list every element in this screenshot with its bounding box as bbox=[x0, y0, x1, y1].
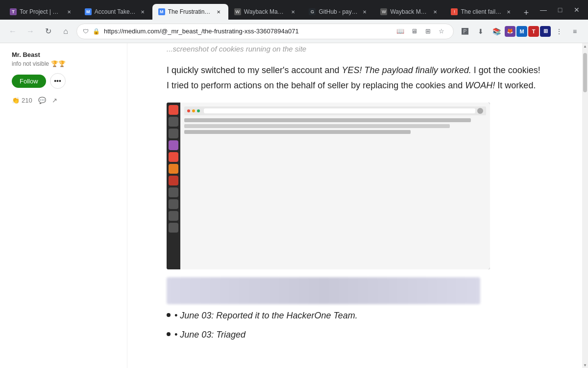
tab-label-account: Account Takeover... bbox=[95, 8, 136, 15]
tab-label-frustrating: The Frustrating XS... bbox=[168, 8, 212, 15]
sidebar-dot-4 bbox=[169, 140, 178, 150]
tab-favicon-tor: T bbox=[10, 8, 17, 15]
share-action[interactable]: ↗ bbox=[52, 97, 57, 104]
url-field[interactable]: 🛡 🔒 https://medium.com/@_mr_beast_/the-f… bbox=[76, 24, 454, 39]
browser-menu[interactable]: ≡ bbox=[567, 24, 582, 39]
new-tab-button[interactable]: + bbox=[520, 6, 532, 20]
history-icon[interactable]: 📚 bbox=[489, 24, 504, 39]
author-more-button[interactable]: ••• bbox=[50, 73, 66, 89]
tab-wayback1[interactable]: W Wayback Machine... ✕ bbox=[228, 4, 303, 20]
sidebar-dot-10 bbox=[169, 211, 178, 221]
trophy-icons: 🏆🏆 bbox=[51, 60, 66, 67]
tab-client-failed[interactable]: ! The client failed n... ✕ bbox=[445, 4, 518, 20]
tab-label-client: The client failed n... bbox=[461, 8, 502, 15]
comment-icon: 💬 bbox=[38, 97, 46, 104]
sidebar-dot-6 bbox=[169, 164, 178, 174]
sidebar-dot-9 bbox=[169, 199, 178, 209]
share-icon: ↗ bbox=[52, 97, 57, 104]
back-button[interactable]: ← bbox=[6, 25, 20, 38]
ext-purple[interactable]: 🦊 bbox=[505, 26, 515, 37]
tab-label-github: GitHub - payload... bbox=[318, 8, 358, 15]
sc-line-3 bbox=[184, 130, 411, 134]
bullet-text-2: • June 03: Triaged bbox=[174, 327, 245, 342]
maximize-button[interactable]: □ bbox=[553, 2, 567, 17]
sc-urlbar bbox=[204, 108, 475, 113]
bullet-dot-1 bbox=[167, 313, 171, 317]
tab-github[interactable]: G GitHub - payload... ✕ bbox=[303, 4, 374, 20]
tab-close-frustrating[interactable]: ✕ bbox=[215, 8, 222, 16]
shield-icon: 🛡 bbox=[83, 28, 89, 35]
close-window-button[interactable]: ✕ bbox=[569, 2, 584, 17]
tab-favicon-wayback1: W bbox=[234, 8, 241, 15]
screenshot-image bbox=[167, 103, 490, 269]
sc-dot-yellow bbox=[192, 109, 195, 112]
bullet-item-2: • June 03: Triaged bbox=[167, 327, 543, 342]
address-bar: ← → ↻ ⌂ 🛡 🔒 https://medium.com/@_mr_beas… bbox=[0, 20, 588, 43]
clap-count: 210 bbox=[22, 97, 32, 104]
article-actions: 👏 210 💬 ↗ bbox=[12, 97, 115, 104]
sc-dot-red bbox=[187, 109, 190, 112]
clap-action[interactable]: 👏 210 bbox=[12, 97, 32, 104]
screenshot-text-content bbox=[184, 118, 486, 134]
tab-favicon-frustrating: M bbox=[158, 8, 165, 15]
screenshot-browser-bar bbox=[184, 106, 486, 115]
url-text: https://medium.com/@_mr_beast_/the-frust… bbox=[104, 27, 391, 35]
download-icon[interactable]: ⬇ bbox=[473, 24, 488, 39]
title-bar: T Tor Project | Down... ✕ M Account Take… bbox=[0, 0, 588, 20]
article-sidebar: Mr. Beast info not visible 🏆🏆 Follow •••… bbox=[0, 43, 127, 368]
article-top-text: ...screenshot of cookies running on the … bbox=[167, 43, 543, 55]
tab-close-tor[interactable]: ✕ bbox=[65, 8, 73, 16]
pocket-icon[interactable]: 🅿 bbox=[458, 24, 472, 39]
ext-blue[interactable]: M bbox=[516, 26, 527, 37]
sc-action bbox=[477, 108, 483, 114]
bullet-dot-2 bbox=[167, 332, 171, 336]
bookmark-star[interactable]: ☆ bbox=[436, 26, 447, 37]
right-scrollbar[interactable]: ▲ ▼ bbox=[582, 43, 588, 368]
sidebar-dot-7 bbox=[169, 176, 178, 185]
clap-icon: 👏 bbox=[12, 97, 20, 104]
article-main[interactable]: ...screenshot of cookies running on the … bbox=[127, 43, 582, 368]
scrollbar-down-arrow[interactable]: ▼ bbox=[582, 362, 588, 368]
forward-button[interactable]: → bbox=[24, 25, 37, 38]
window-controls: — □ ✕ bbox=[536, 2, 584, 17]
tab-tor-project[interactable]: T Tor Project | Down... ✕ bbox=[4, 4, 79, 20]
ext-dark-blue[interactable]: ⊞ bbox=[540, 26, 551, 37]
address-actions: 📖 🖥 ⊞ ☆ bbox=[394, 26, 447, 37]
pip-icon[interactable]: 🖥 bbox=[408, 26, 420, 37]
comment-action[interactable]: 💬 bbox=[38, 97, 46, 104]
tab-label-tor: Tor Project | Down... bbox=[20, 8, 62, 15]
sidebar-dot-1 bbox=[169, 105, 178, 115]
extensions-menu[interactable]: ⋮ bbox=[552, 24, 566, 39]
author-info: info not visible 🏆🏆 bbox=[12, 60, 115, 67]
tab-wayback2[interactable]: W Wayback Machine ✕ bbox=[374, 4, 445, 20]
home-button[interactable]: ⌂ bbox=[59, 25, 73, 38]
tab-close-wayback1[interactable]: ✕ bbox=[289, 8, 297, 16]
split-view-icon[interactable]: ⊞ bbox=[422, 26, 434, 37]
minimize-button[interactable]: — bbox=[536, 2, 551, 17]
refresh-button[interactable]: ↻ bbox=[41, 25, 55, 38]
tabs-container: T Tor Project | Down... ✕ M Account Take… bbox=[4, 0, 532, 20]
reader-view-icon[interactable]: 📖 bbox=[394, 26, 406, 37]
tab-close-github[interactable]: ✕ bbox=[361, 8, 368, 16]
follow-button[interactable]: Follow bbox=[12, 75, 46, 88]
tab-close-wayback2[interactable]: ✕ bbox=[431, 8, 439, 16]
ext-red[interactable]: T bbox=[528, 26, 539, 37]
author-name: Mr. Beast bbox=[12, 51, 115, 58]
sc-dot-green bbox=[197, 109, 200, 112]
blurred-banner bbox=[167, 277, 480, 304]
article-paragraph: I quickly switched to my seller's accoun… bbox=[167, 63, 543, 93]
tab-account-takeover[interactable]: M Account Takeover... ✕ bbox=[79, 4, 152, 20]
tab-close-client[interactable]: ✕ bbox=[505, 8, 513, 16]
bullet-item-1: • June 03: Reported it to the HackerOne … bbox=[167, 308, 543, 323]
tab-favicon-account: M bbox=[85, 8, 92, 15]
sc-line-2 bbox=[184, 124, 450, 128]
tab-favicon-client: ! bbox=[451, 8, 458, 15]
tab-close-account[interactable]: ✕ bbox=[139, 8, 147, 16]
italic-yes: YES! The payload finally worked. bbox=[342, 65, 471, 75]
tab-frustrating-xss[interactable]: M The Frustrating XS... ✕ bbox=[152, 4, 228, 20]
scrollbar-thumb[interactable] bbox=[583, 53, 587, 92]
sidebar-dot-3 bbox=[169, 129, 178, 138]
tab-favicon-github: G bbox=[309, 8, 316, 15]
scrollbar-up-arrow[interactable]: ▲ bbox=[582, 43, 588, 49]
page-content: Mr. Beast info not visible 🏆🏆 Follow •••… bbox=[0, 43, 588, 368]
